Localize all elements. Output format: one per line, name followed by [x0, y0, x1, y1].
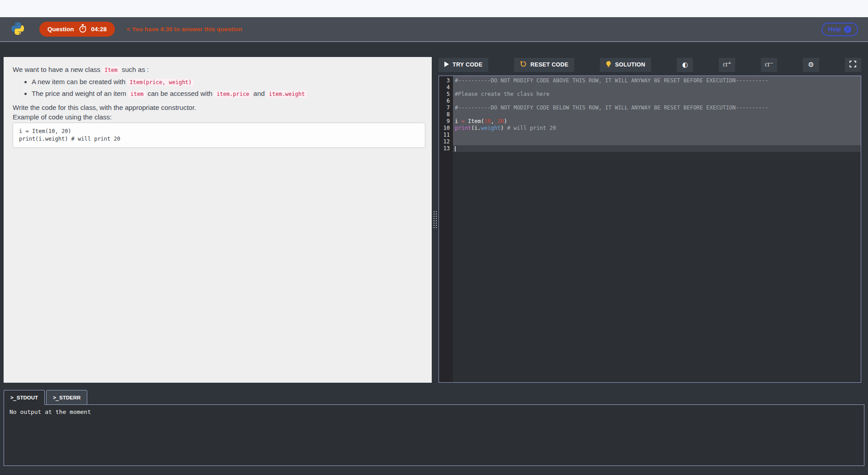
tab-stdout-label: STDOUT — [17, 395, 38, 400]
theme-contrast-button[interactable]: ◐ — [677, 58, 693, 72]
fullscreen-icon — [849, 61, 856, 69]
code-token: Item( — [465, 118, 484, 124]
example-code-block: i = Item(10, 20) print(i.weight) # will … — [13, 123, 425, 148]
code-token: ) — [504, 118, 507, 124]
text-segment: and — [251, 90, 266, 97]
terminal-prompt-icon: >_ — [10, 394, 16, 401]
code-line — [453, 138, 861, 145]
lightbulb-icon — [606, 61, 611, 69]
question-bullet-item: A new item can be created with Item(pric… — [32, 78, 423, 86]
code-token: #Please create the class here — [455, 91, 550, 97]
font-decrease-icon: tT — [765, 61, 770, 68]
code-line: #----------DO NOT MODIFY CODE BELOW THIS… — [453, 104, 861, 111]
help-button[interactable]: Help ? — [821, 23, 858, 36]
settings-button[interactable]: ⚙ — [803, 58, 819, 72]
code-line — [453, 111, 861, 118]
text-segment: We want to have a new class — [13, 66, 102, 73]
inline-code: Item — [102, 66, 120, 74]
line-number: 10 — [439, 125, 453, 132]
font-size-increase-button[interactable]: tT+ — [719, 58, 735, 72]
try-code-button[interactable]: TRY CODE — [439, 58, 488, 72]
inline-code: item.weight — [267, 90, 307, 98]
fullscreen-button[interactable] — [845, 58, 861, 72]
code-token: = — [461, 118, 464, 124]
question-intro: We want to have a new class Item such as… — [13, 66, 423, 73]
line-number: 8 — [439, 111, 453, 118]
code-line: print(i.weight) # will print 20 — [453, 125, 861, 132]
editor-code-area[interactable]: #----------DO NOT MODIFY CODE ABOVE THIS… — [453, 76, 861, 382]
code-token: #----------DO NOT MODIFY CODE ABOVE THIS… — [455, 77, 769, 84]
reset-undo-icon — [520, 61, 527, 69]
line-number: 9 — [439, 118, 453, 125]
text-segment: can be accessed with — [146, 90, 214, 97]
code-token: weight — [481, 125, 500, 131]
code-token: i — [455, 118, 461, 124]
editor-toolbar: TRY CODE RESET CODE SOLUTION ◐ — [439, 55, 861, 74]
line-number: 6 — [439, 98, 453, 104]
code-token: 10 — [484, 118, 491, 124]
panel-splitter[interactable] — [432, 57, 438, 383]
example-code-line: i = Item(10, 20) — [19, 128, 419, 135]
editor-panel: TRY CODE RESET CODE SOLUTION ◐ — [439, 55, 861, 383]
editor-gutter: 345678910111213 — [439, 76, 453, 382]
reset-code-button[interactable]: RESET CODE — [514, 58, 574, 72]
example-code-line: print(i.weight) # will print 20 — [19, 135, 419, 143]
question-circle-icon: ? — [844, 26, 851, 33]
font-increase-icon: tT — [723, 61, 728, 68]
code-line: #Please create the class here — [453, 91, 861, 98]
line-number: 5 — [439, 91, 453, 98]
solution-button[interactable]: SOLUTION — [600, 58, 651, 72]
console-tabs: >_STDOUT >_STDERR — [4, 390, 87, 405]
code-token: (i. — [471, 125, 481, 131]
try-code-label: TRY CODE — [453, 62, 482, 68]
inline-code: Item(price, weight) — [127, 79, 194, 86]
python-logo-icon — [10, 22, 24, 36]
question-statement-panel: We want to have a new class Item such as… — [4, 57, 432, 383]
question-instruction: Write the code for this class, with the … — [13, 104, 423, 111]
text-segment: such as : — [120, 66, 149, 73]
reset-code-label: RESET CODE — [530, 62, 568, 68]
console-output-area: No output at the moment — [4, 404, 864, 466]
tab-stderr[interactable]: >_STDERR — [46, 390, 87, 405]
timer-value: 04:28 — [91, 26, 107, 33]
line-number: 12 — [439, 138, 453, 145]
code-token: 20 — [497, 118, 504, 124]
inline-code: item — [128, 90, 146, 98]
code-token: print — [455, 125, 471, 131]
line-number: 13 — [439, 145, 453, 152]
question-label: Question — [47, 26, 74, 33]
font-size-decrease-button[interactable]: tT− — [761, 58, 777, 72]
splitter-drag-handle-icon[interactable] — [433, 211, 437, 228]
question-bullet-item: The price and weight of an item item can… — [32, 90, 423, 97]
code-token: , — [491, 118, 497, 124]
time-warning-text: < You have 4:30 to answer this question — [127, 26, 242, 33]
code-token: # will print 20 — [507, 125, 556, 131]
line-number: 11 — [439, 132, 453, 138]
code-line: i = Item(10, 20) — [453, 118, 861, 125]
code-line — [453, 84, 861, 91]
tab-stdout[interactable]: >_STDOUT — [4, 390, 45, 405]
code-token: ) — [500, 125, 507, 131]
plus-sign: + — [728, 60, 731, 66]
text-cursor — [455, 146, 456, 152]
question-timer-badge: Question 04:28 — [39, 22, 115, 37]
example-label: Example of code using the class: — [13, 113, 423, 121]
terminal-prompt-icon: >_ — [53, 394, 58, 401]
code-editor[interactable]: 345678910111213 #----------DO NOT MODIFY… — [439, 76, 861, 383]
line-number: 4 — [439, 84, 453, 91]
top-strip — [0, 0, 868, 17]
text-segment: A new item can be created with — [32, 78, 127, 86]
tab-stderr-label: STDERR — [59, 395, 80, 400]
code-token: #----------DO NOT MODIFY CODE BELOW THIS… — [455, 104, 769, 111]
header: Question 04:28 < You have 4:30 to answer… — [0, 17, 868, 42]
code-line — [453, 132, 861, 138]
gear-icon: ⚙ — [808, 61, 814, 69]
play-icon — [444, 62, 449, 68]
code-line: #----------DO NOT MODIFY CODE ABOVE THIS… — [453, 77, 861, 84]
question-bullets: A new item can be created with Item(pric… — [13, 78, 423, 97]
inline-code: item.price — [214, 90, 251, 98]
text-segment: The price and weight of an item — [32, 90, 128, 97]
minus-sign: − — [770, 60, 773, 66]
console-output-text: No output at the moment — [9, 408, 859, 415]
contrast-icon: ◐ — [682, 61, 688, 69]
